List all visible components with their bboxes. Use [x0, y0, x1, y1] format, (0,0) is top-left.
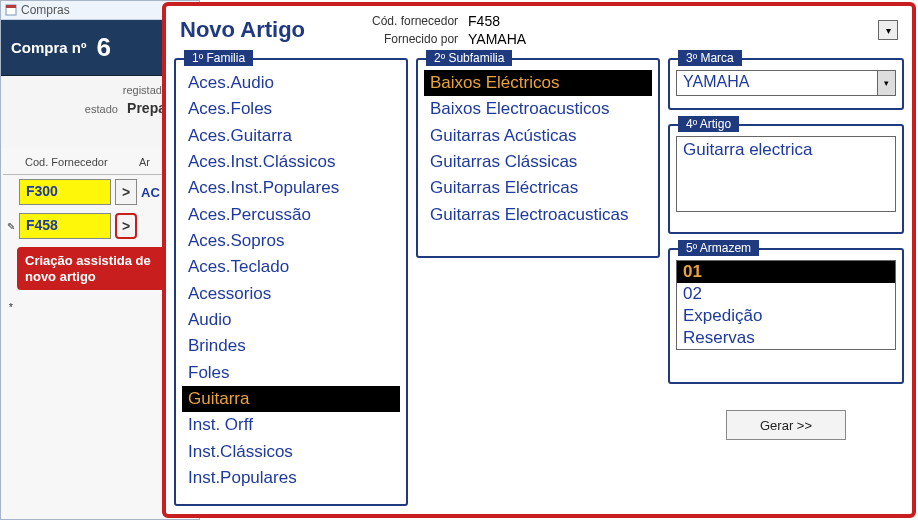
gerar-button[interactable]: Gerar >> [726, 410, 846, 440]
list-item[interactable]: Aces.Inst.Populares [182, 175, 400, 201]
list-item[interactable]: Guitarras Eléctricas [424, 175, 652, 201]
list-item[interactable]: Brindes [182, 333, 400, 359]
marca-legend: 3º Marca [678, 50, 742, 66]
compra-number: 6 [96, 32, 110, 63]
list-item[interactable]: Inst. Orff [182, 412, 400, 438]
cod-cell[interactable]: F300 [19, 179, 111, 205]
familia-legend: 1º Familia [184, 50, 253, 66]
marca-value: YAMAHA [677, 71, 877, 95]
list-item[interactable]: Acessorios [182, 281, 400, 307]
row-marker-edit-icon [3, 220, 19, 232]
supplier-dropdown-button[interactable]: ▾ [878, 20, 898, 40]
row-expand-button[interactable]: > [115, 179, 137, 205]
list-item[interactable]: Aces.Foles [182, 96, 400, 122]
meta-forn-label: Fornecido por [372, 31, 466, 47]
compra-label: Compra nº [11, 39, 86, 56]
col-art: Ar [137, 154, 152, 170]
list-item[interactable]: Guitarra [182, 386, 400, 412]
meta-cod-label: Cód. fornecedor [372, 13, 466, 29]
wizard-header: Novo Artigo Cód. fornecedor F458 Forneci… [166, 6, 912, 54]
meta-cod-value: F458 [468, 13, 526, 29]
list-item[interactable]: Aces.Percussão [182, 202, 400, 228]
list-item[interactable]: Baixos Eléctricos [424, 70, 652, 96]
subfam-legend: 2º Subfamilia [426, 50, 512, 66]
familia-list[interactable]: Aces.AudioAces.FolesAces.GuitarraAces.In… [182, 70, 400, 492]
list-item[interactable]: Reservas [677, 327, 895, 349]
wizard-title: Novo Artigo [180, 17, 370, 43]
list-item[interactable]: Aces.Sopros [182, 228, 400, 254]
bg-tab-title: Compras [21, 3, 70, 17]
form-icon [5, 4, 17, 16]
row-expand-button[interactable]: > [115, 213, 137, 239]
list-item[interactable]: Aces.Audio [182, 70, 400, 96]
artigo-textarea[interactable]: Guitarra electrica [676, 136, 896, 212]
list-item[interactable]: Inst.Populares [182, 465, 400, 491]
marca-combo[interactable]: YAMAHA ▾ [676, 70, 896, 96]
list-item[interactable]: Baixos Electroacusticos [424, 96, 652, 122]
armazem-list[interactable]: 0102ExpediçãoReservas [676, 260, 896, 350]
subfam-list[interactable]: Baixos EléctricosBaixos Electroacusticos… [424, 70, 652, 228]
list-item[interactable]: Inst.Clássicos [182, 439, 400, 465]
panel-marca: 3º Marca YAMAHA ▾ [668, 58, 904, 110]
list-item[interactable]: Foles [182, 360, 400, 386]
list-item[interactable]: Aces.Guitarra [182, 123, 400, 149]
list-item[interactable]: 01 [677, 261, 895, 283]
list-item[interactable]: Guitarras Acústicas [424, 123, 652, 149]
artigo-legend: 4º Artigo [678, 116, 739, 132]
panel-subfamilia: 2º Subfamilia Baixos EléctricosBaixos El… [416, 58, 660, 258]
cod-cell[interactable]: F458 [19, 213, 111, 239]
row-marker-new-icon [3, 301, 19, 313]
panel-familia: 1º Familia Aces.AudioAces.FolesAces.Guit… [174, 58, 408, 506]
estado-label: estado [85, 103, 118, 115]
list-item[interactable]: Guitarras Clássicas [424, 149, 652, 175]
wizard-meta: Cód. fornecedor F458 Fornecido por YAMAH… [370, 11, 528, 49]
col-cod: Cod. Fornecedor [23, 154, 115, 170]
panel-armazem: 5º Armazem 0102ExpediçãoReservas [668, 248, 904, 384]
list-item[interactable]: Aces.Teclado [182, 254, 400, 280]
callout-tooltip: Criação assistida de novo artigo [17, 247, 177, 290]
chevron-down-icon[interactable]: ▾ [877, 71, 895, 95]
list-item[interactable]: Audio [182, 307, 400, 333]
list-item[interactable]: Expedição [677, 305, 895, 327]
svg-rect-1 [6, 5, 16, 8]
novo-artigo-wizard: Novo Artigo Cód. fornecedor F458 Forneci… [162, 2, 916, 518]
list-item[interactable]: 02 [677, 283, 895, 305]
armazem-legend: 5º Armazem [678, 240, 759, 256]
meta-forn-value: YAMAHA [468, 31, 526, 47]
list-item[interactable]: Aces.Inst.Clássicos [182, 149, 400, 175]
list-item[interactable]: Guitarras Electroacusticas [424, 202, 652, 228]
panel-artigo: 4º Artigo Guitarra electrica [668, 124, 904, 234]
